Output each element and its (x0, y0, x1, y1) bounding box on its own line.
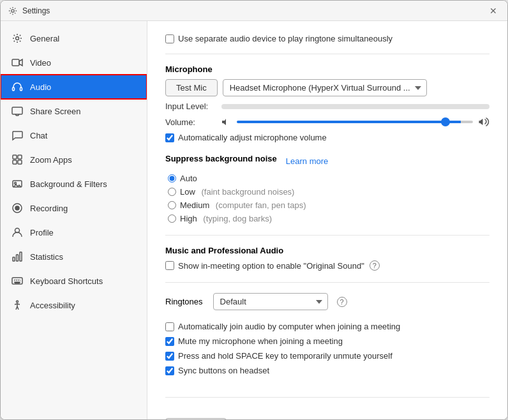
sidebar-label-background: Background & Filters (30, 179, 107, 189)
original-sound-label[interactable]: Show in-meeting option to enable "Origin… (165, 261, 364, 271)
noise-low-radio[interactable] (168, 188, 176, 196)
mute-mic-label[interactable]: Mute my microphone when joining a meetin… (165, 336, 343, 346)
test-mic-button[interactable]: Test Mic (165, 79, 218, 96)
sidebar-item-chat[interactable]: Chat (1, 123, 147, 147)
suppress-noise-section: Suppress background noise Learn more Aut… (165, 154, 489, 223)
noise-medium-label: Medium (180, 200, 209, 210)
sidebar-label-video: Video (30, 58, 51, 68)
svg-rect-6 (13, 155, 17, 159)
sidebar-item-general[interactable]: General (1, 26, 147, 50)
sync-buttons-label[interactable]: Sync buttons on headset (165, 366, 269, 375)
svg-point-20 (17, 301, 19, 303)
svg-point-13 (15, 206, 19, 210)
settings-icon (8, 6, 17, 15)
sidebar-item-keyboard[interactable]: Keyboard Shortcuts (1, 269, 147, 293)
auto-join-checkbox[interactable] (165, 322, 174, 331)
sidebar-label-recording: Recording (30, 204, 68, 213)
suppress-title: Suppress background noise (165, 154, 277, 163)
microphone-section: Microphone Test Mic Headset Microphone (… (165, 64, 489, 142)
sidebar-label-zoom-apps: Zoom Apps (30, 155, 72, 165)
sidebar-label-profile: Profile (30, 228, 54, 237)
sidebar-item-zoom-apps[interactable]: Zoom Apps (1, 147, 147, 172)
sidebar-label-general: General (30, 34, 59, 43)
original-sound-row: Show in-meeting option to enable "Origin… (165, 260, 489, 271)
microphone-title: Microphone (165, 64, 489, 74)
press-space-checkbox[interactable] (165, 352, 174, 361)
sidebar-item-profile[interactable]: Profile (1, 220, 147, 244)
svg-rect-2 (12, 59, 19, 66)
chat-icon (11, 129, 24, 142)
press-space-label[interactable]: Press and hold SPACE key to temporarily … (165, 351, 392, 361)
suppress-header-row: Suppress background noise Learn more (165, 154, 489, 169)
divider-4 (165, 397, 489, 398)
sidebar-item-accessibility[interactable]: Accessibility (1, 293, 147, 317)
main-content: General Video (1, 21, 507, 419)
sidebar-item-video[interactable]: Video (1, 50, 147, 75)
spacer (165, 315, 489, 322)
sidebar-label-statistics: Statistics (30, 252, 63, 262)
noise-high-note: (typing, dog barks) (201, 214, 272, 223)
separate-audio-checkbox[interactable] (165, 34, 174, 43)
separate-audio-label[interactable]: Use separate audio device to play ringto… (165, 34, 392, 43)
noise-low-label: Low (180, 187, 195, 197)
close-button[interactable]: ✕ (487, 5, 500, 17)
separate-audio-row: Use separate audio device to play ringto… (165, 34, 489, 43)
svg-rect-4 (20, 87, 22, 91)
keyboard-icon (11, 274, 24, 287)
window-title: Settings (22, 6, 50, 15)
mic-controls-row: Test Mic Headset Microphone (HyperX Virt… (165, 79, 489, 96)
sidebar-item-recording[interactable]: Recording (1, 196, 147, 220)
mic-device-dropdown[interactable]: Headset Microphone (HyperX Virtual Surro… (223, 79, 427, 96)
volume-slider[interactable] (237, 121, 473, 123)
share-screen-icon (11, 105, 24, 117)
sidebar-item-share-screen[interactable]: Share Screen (1, 99, 147, 123)
sync-buttons-row: Sync buttons on headset (165, 366, 489, 375)
svg-point-0 (11, 9, 14, 11)
noise-auto-option[interactable]: Auto (168, 174, 489, 183)
music-section: Music and Professional Audio Show in-mee… (165, 246, 489, 271)
noise-medium-radio[interactable] (168, 201, 176, 209)
learn-more-link[interactable]: Learn more (286, 156, 328, 166)
profile-icon (11, 226, 24, 239)
auto-adjust-label[interactable]: Automatically adjust microphone volume (165, 133, 327, 142)
svg-point-1 (16, 37, 19, 40)
title-bar-left: Settings (8, 6, 50, 15)
noise-auto-label: Auto (180, 174, 197, 183)
noise-high-option[interactable]: High (typing, dog barks) (168, 214, 489, 223)
noise-medium-option[interactable]: Medium (computer fan, pen taps) (168, 200, 489, 210)
noise-low-option[interactable]: Low (faint background noises) (168, 187, 489, 197)
record-icon (11, 202, 24, 214)
sidebar-item-background[interactable]: Background & Filters (1, 172, 147, 196)
sync-buttons-checkbox[interactable] (165, 366, 174, 375)
input-level-row: Input Level: (165, 101, 489, 111)
sidebar-label-accessibility: Accessibility (30, 301, 75, 310)
auto-join-label[interactable]: Automatically join audio by computer whe… (165, 322, 400, 331)
press-space-row: Press and hold SPACE key to temporarily … (165, 351, 489, 361)
stats-icon (11, 250, 24, 263)
divider-1 (165, 54, 489, 54)
divider-2 (165, 235, 489, 236)
title-bar: Settings ✕ (1, 1, 507, 21)
sidebar-item-audio[interactable]: Audio (1, 75, 147, 99)
background-icon (11, 177, 24, 190)
mute-mic-checkbox[interactable] (165, 337, 174, 346)
original-sound-help-icon[interactable]: ? (370, 260, 380, 271)
audio-settings-panel: Use separate audio device to play ringto… (147, 21, 507, 419)
ringtones-dropdown[interactable]: Default (213, 293, 328, 310)
gear-icon (11, 32, 24, 45)
sidebar-item-statistics[interactable]: Statistics (1, 244, 147, 269)
ringtones-row: Ringtones Default ? (165, 293, 489, 310)
svg-rect-17 (20, 252, 22, 261)
music-title: Music and Professional Audio (165, 246, 489, 255)
advanced-button[interactable]: Advanced (165, 418, 227, 419)
original-sound-checkbox[interactable] (165, 261, 174, 270)
volume-label: Volume: (165, 117, 216, 127)
noise-auto-radio[interactable] (168, 174, 176, 183)
ringtones-help-icon[interactable]: ? (337, 297, 347, 307)
sidebar-label-chat: Chat (30, 131, 47, 140)
auto-adjust-checkbox[interactable] (165, 133, 174, 142)
sidebar-label-keyboard: Keyboard Shortcuts (30, 276, 103, 286)
ringtones-label: Ringtones (165, 297, 203, 306)
auto-adjust-row: Automatically adjust microphone volume (165, 133, 489, 142)
noise-high-radio[interactable] (168, 214, 176, 223)
